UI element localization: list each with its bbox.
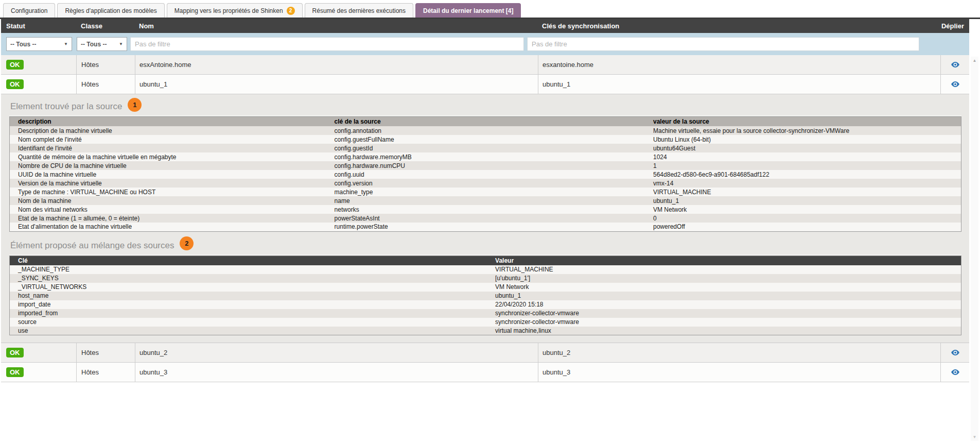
detail-table-cell: config.hardware.memoryMB [330,152,649,161]
detail-table-cell: 1024 [649,152,961,161]
hosts-table-header: Statut Classe Nom Clés de synchronisatio… [1,19,969,33]
chevron-down-icon: ▼ [119,42,123,46]
sync-cell: ubuntu_1 [538,75,940,94]
deplier-cell [940,343,969,362]
eye-icon[interactable] [951,81,960,88]
host-row-esxantoine: OK Hôtes esxAntoine.home esxantoine.home [1,55,969,75]
classe-cell: Hôtes [76,343,135,362]
hosts-table: Statut Classe Nom Clés de synchronisatio… [1,19,969,382]
host-row-ubuntu1: OK Hôtes ubuntu_1 ubuntu_1 [1,75,969,94]
merge-count-badge: 2 [180,236,194,250]
nom-cell: esxAntoine.home [135,55,538,74]
statut-filter-select[interactable]: -- Tous -- ▼ [6,37,72,51]
eye-icon[interactable] [951,349,960,356]
detail-table-cell: ubuntu_1 [491,292,961,300]
col-nom: Nom [135,22,538,30]
chevron-down-icon: ▼ [64,42,68,46]
detail-table-cell: Nom complet de l'invité [10,135,330,144]
tab-resume-executions[interactable]: Résumé des dernières exécutions [305,3,413,18]
detail-table-cell: config.annotation [330,126,649,135]
detail-table-row: Nombre de CPU de la machine virtuellecon… [10,161,961,170]
detail-table-cell: powerStateAsInt [330,214,649,223]
nom-cell: ubuntu_3 [135,363,538,382]
detail-table-row: Version de la machine virtuelleconfig.ve… [10,179,961,188]
merge-section-header: Élément proposé au mélange des sources 2 [9,240,961,255]
detail-table-row: imported_fromsynchronizer-collector-vmwa… [10,309,961,318]
detail-table-cell: 1 [649,161,961,170]
scroll-down-icon[interactable]: ▼ [973,435,977,439]
detail-table-cell: Ubuntu Linux (64-bit) [649,135,961,144]
detail-table-row: Type de machine : VIRTUAL_MACHINE ou HOS… [10,188,961,196]
detail-table-cell: imported_from [10,309,492,318]
detail-table-cell: config.guestId [330,144,649,152]
merge-section-title: Élément proposé au mélange des sources [10,241,174,251]
detail-table-cell: source [10,318,492,327]
detail-table-row: usevirtual machine,linux [10,327,961,335]
detail-table-cell: 0 [649,214,961,223]
col-deplier: Déplier [940,22,969,30]
detail-table-row: import_date22/04/2020 15:18 [10,300,961,309]
tab-configuration[interactable]: Configuration [3,3,55,18]
detail-table-cell: config.version [330,179,649,188]
detail-table-cell: import_date [10,300,492,309]
detail-table-cell: 564d8ed2-d580-6ec9-a901-684685adf122 [649,170,961,179]
detail-table-cell: _SYNC_KEYS [10,274,492,283]
statut-cell: OK [1,75,76,94]
col-cle: Clé [10,255,492,265]
eye-icon[interactable] [951,369,960,376]
detail-table-row: sourcesynchronizer-collector-vmware [10,318,961,327]
deplier-cell [940,55,969,74]
status-badge: OK [6,60,24,70]
detail-table-row: Quantité de mémoire de la machine virtue… [10,152,961,161]
detail-table-row: Nom complet de l'invitéconfig.guestFullN… [10,135,961,144]
col-valeur-source: valeur de la source [649,117,961,127]
detail-table-cell: VM Network [491,283,961,292]
detail-table-cell: runtime.powerState [330,223,649,231]
detail-table-cell: ubuntu64Guest [649,144,961,152]
detail-table-cell: host_name [10,292,492,300]
scroll-up-icon[interactable]: ▲ [973,58,977,63]
source-section-title: Element trouvé par la source [10,101,122,112]
deplier-cell [940,75,969,94]
col-classe: Classe [76,22,135,30]
sync-cell: ubuntu_2 [538,343,940,362]
tab-regles-application[interactable]: Règles d'application des modèles [57,3,164,18]
detail-table-cell: Description de la machine virtuelle [10,126,330,135]
merge-table-header-row: Clé Valeur [10,255,961,265]
detail-table-row: Etat d'alimentation de la machine virtue… [10,223,961,231]
statut-cell: OK [1,343,76,362]
source-section-header: Element trouvé par la source 1 [9,100,961,116]
col-statut: Statut [1,22,76,30]
statut-cell: OK [1,363,76,382]
detail-table-cell: VIRTUAL_MACHINE [649,188,961,196]
classe-cell: Hôtes [76,363,135,382]
tab-detail-dernier-lancement[interactable]: Détail du dernier lancement [4] [415,3,521,18]
detail-table-cell: Identifiant de l'invité [10,144,330,152]
sync-filter-input[interactable] [527,37,919,51]
detail-table-row: Description de la machine virtuelleconfi… [10,126,961,135]
classe-filter-select[interactable]: -- Tous -- ▼ [77,37,127,51]
deplier-cell [940,363,969,382]
detail-table-row: Identifiant de l'invitéconfig.guestIdubu… [10,144,961,152]
scrollbar[interactable]: ▲ ▼ [971,57,978,441]
col-valeur: Valeur [491,255,961,265]
col-description: description [10,117,330,127]
detail-table-row: Nom de la machinenameubuntu_1 [10,196,961,205]
detail-table-cell: vmx-14 [649,179,961,188]
detail-table-cell: Nombre de CPU de la machine virtuelle [10,161,330,170]
tab-mapping-shinken[interactable]: Mapping vers les propriétés de Shinken 2 [167,3,303,18]
detail-table-cell: networks [330,205,649,214]
detail-table-row: _MACHINE_TYPEVIRTUAL_MACHINE [10,265,961,274]
nom-cell: ubuntu_2 [135,343,538,362]
tab-label: Règles d'application des modèles [65,7,156,14]
status-badge: OK [6,367,24,377]
detail-table-cell: VM Network [649,205,961,214]
tab-count-badge: 2 [287,7,295,15]
source-table: description clé de la source valeur de l… [9,116,961,232]
eye-icon[interactable] [951,61,960,68]
tab-label: Configuration [11,7,47,14]
detail-table-cell: use [10,327,492,335]
merge-table: Clé Valeur _MACHINE_TYPEVIRTUAL_MACHINE_… [9,255,961,336]
nom-filter-input[interactable] [130,37,524,51]
sync-cell: esxantoine.home [538,55,940,74]
